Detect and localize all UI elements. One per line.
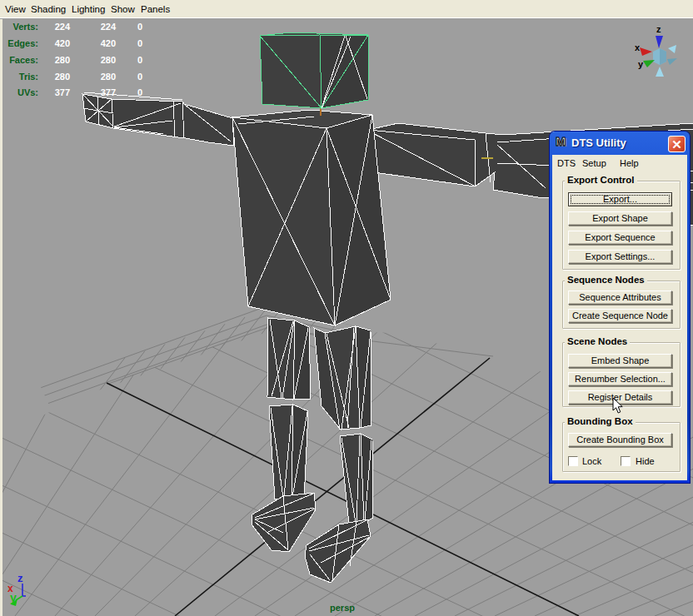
svg-text:420: 420 [101, 38, 116, 48]
svg-text:Faces:: Faces: [9, 55, 38, 65]
svg-text:z: z [656, 24, 661, 34]
svg-text:M: M [556, 135, 566, 148]
svg-text:377: 377 [101, 87, 116, 97]
svg-text:280: 280 [55, 55, 70, 65]
svg-text:0: 0 [137, 87, 142, 97]
svg-text:420: 420 [55, 38, 70, 48]
svg-text:0: 0 [137, 22, 142, 32]
svg-text:0: 0 [137, 38, 142, 48]
svg-text:280: 280 [55, 72, 70, 82]
svg-text:Tris:: Tris: [19, 72, 38, 82]
svg-text:x: x [635, 42, 641, 52]
svg-text:y: y [638, 59, 644, 69]
svg-text:Edges:: Edges: [7, 38, 38, 48]
svg-text:0: 0 [137, 72, 142, 82]
svg-text:224: 224 [55, 22, 71, 32]
svg-text:377: 377 [55, 87, 70, 97]
svg-text:280: 280 [101, 55, 116, 65]
svg-text:UVs:: UVs: [17, 87, 38, 97]
svg-text:persp: persp [330, 603, 355, 613]
svg-text:Verts:: Verts: [12, 22, 38, 32]
svg-text:224: 224 [101, 22, 117, 32]
svg-text:280: 280 [101, 72, 116, 82]
svg-text:0: 0 [137, 55, 142, 65]
